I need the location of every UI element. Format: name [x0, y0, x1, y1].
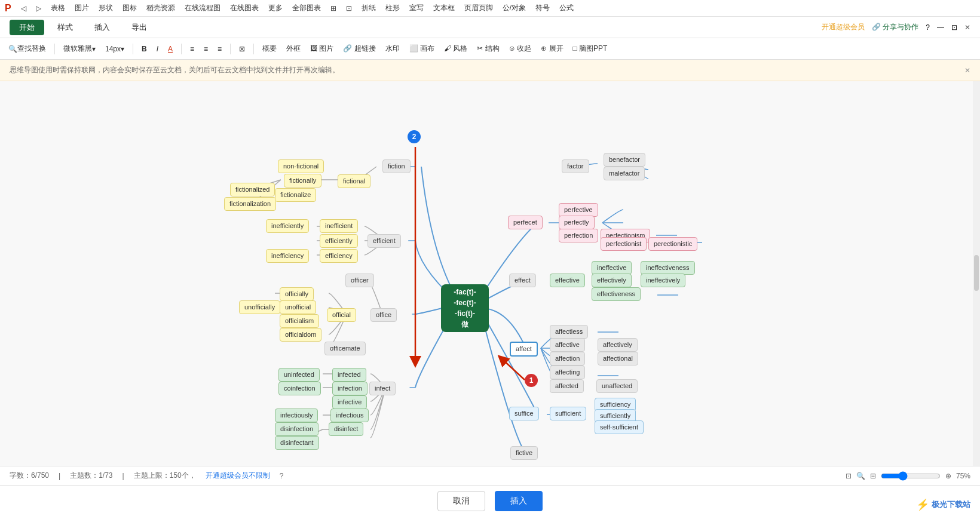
node-officer[interactable]: officer: [345, 274, 374, 287]
node-affectively[interactable]: affectively: [598, 338, 638, 352]
scrollbar-right[interactable]: [973, 81, 980, 516]
node-perfecet[interactable]: perfecet: [508, 216, 543, 229]
search-replace-button[interactable]: 🔍 查找替换: [5, 41, 50, 57]
node-affective[interactable]: affective: [550, 338, 585, 352]
node-perfectly[interactable]: perfectly: [559, 216, 595, 229]
collapse-button[interactable]: ⊙ 收起: [506, 41, 535, 57]
node-inefficiency[interactable]: inefficiency: [266, 249, 309, 263]
node-suffice[interactable]: suffice: [509, 407, 539, 420]
center-node[interactable]: -fac(t)- -fec(t)- -fic(t)- 做: [441, 284, 489, 332]
zoom-slider[interactable]: [881, 471, 941, 481]
scrollbar-thumb[interactable]: [974, 255, 979, 291]
align-center-button[interactable]: ≡: [200, 41, 212, 57]
node-effect[interactable]: effect: [509, 274, 536, 287]
node-office[interactable]: office: [370, 308, 397, 322]
outline-button[interactable]: ⊠: [235, 41, 249, 57]
vip-button[interactable]: 开通超级会员: [822, 22, 865, 32]
menu-room[interactable]: 折纸: [362, 3, 376, 13]
node-affectless[interactable]: affectless: [550, 325, 588, 339]
node-factor[interactable]: factor: [562, 159, 589, 173]
insert-button[interactable]: 插入: [495, 491, 543, 511]
menu-allchart[interactable]: 全部图表: [292, 3, 321, 13]
notification-close[interactable]: ✕: [964, 66, 970, 75]
menu-wps[interactable]: 公式: [559, 3, 574, 13]
node-benefactor[interactable]: benefactor: [604, 153, 645, 167]
tab-start[interactable]: 开始: [10, 20, 44, 35]
node-fictional[interactable]: fictional: [338, 174, 370, 188]
structure-button[interactable]: ✂ 结构: [473, 41, 503, 57]
node-self-sufficient[interactable]: self-sufficient: [595, 420, 644, 434]
menu-more[interactable]: 更多: [268, 3, 283, 13]
node-affectional[interactable]: affectional: [598, 352, 638, 366]
node-coinfection[interactable]: coinfection: [278, 382, 321, 395]
restore-button[interactable]: ⊡: [951, 23, 957, 32]
node-infection[interactable]: infection: [332, 382, 368, 395]
zoom-in-icon[interactable]: 🔍: [856, 472, 865, 480]
node-ineffectiveness[interactable]: ineffectiveness: [641, 261, 695, 275]
node-fictionally[interactable]: fictionally: [284, 174, 321, 188]
menu-table[interactable]: 表格: [51, 3, 65, 13]
font-select[interactable]: 微软雅黑 ▾: [60, 41, 99, 57]
node-unofficial[interactable]: unofficial: [280, 300, 316, 314]
node-fictive[interactable]: fictive: [510, 446, 538, 460]
menu-shape[interactable]: 形状: [99, 3, 113, 13]
node-efficiency[interactable]: efficiency: [320, 249, 358, 263]
image-button[interactable]: 🖼 图片: [307, 41, 337, 57]
node-official[interactable]: official: [327, 308, 356, 322]
menu-image[interactable]: 图片: [75, 3, 89, 13]
close-button[interactable]: ✕: [964, 23, 970, 32]
canvas-button[interactable]: ⬜ 画布: [406, 41, 438, 57]
align-left-button[interactable]: ≡: [186, 41, 198, 57]
tab-style[interactable]: 样式: [49, 20, 81, 35]
menu-art[interactable]: 文本框: [433, 3, 455, 13]
menu-header[interactable]: 室写: [409, 3, 424, 13]
node-non-fictional[interactable]: non-fictional: [278, 159, 324, 173]
expand-button[interactable]: ⊕ 展开: [537, 41, 566, 57]
watermark-button[interactable]: 水印: [382, 41, 403, 57]
node-disinfection[interactable]: disinfection: [275, 422, 318, 436]
node-uninfected[interactable]: uninfected: [278, 368, 320, 382]
share-button[interactable]: 🔗 分享与协作: [872, 22, 918, 32]
node-officialism[interactable]: officialism: [280, 314, 319, 328]
cancel-button[interactable]: 取消: [437, 491, 485, 511]
bold-button[interactable]: B: [138, 41, 151, 57]
node-perfective[interactable]: perfective: [559, 203, 598, 217]
size-select[interactable]: 14px ▾: [102, 41, 128, 57]
node-inefficient[interactable]: inefficient: [320, 219, 358, 233]
node-effective[interactable]: effective: [550, 274, 585, 287]
node-fictionalized[interactable]: fictionalized: [230, 183, 275, 196]
node-effectively[interactable]: effectively: [592, 274, 632, 287]
node-infect[interactable]: infect: [369, 382, 396, 395]
node-disinfectant[interactable]: disinfectant: [275, 436, 319, 450]
menu-hyperlink[interactable]: 符号: [535, 3, 550, 13]
node-affection[interactable]: affection: [550, 352, 585, 366]
menu-resources[interactable]: 稻壳资源: [146, 3, 175, 13]
node-officially[interactable]: officially: [280, 287, 314, 301]
summary-button[interactable]: 概要: [259, 41, 280, 57]
node-infected[interactable]: infected: [332, 368, 366, 382]
tab-insert[interactable]: 插入: [86, 20, 118, 35]
mindppt-button[interactable]: □ 脑图PPT: [569, 41, 611, 57]
menu-icon[interactable]: 图标: [122, 3, 137, 13]
undo-btn[interactable]: ◁: [21, 4, 26, 13]
fit-icon[interactable]: ⊡: [846, 472, 852, 480]
menu-fold[interactable]: ⊞: [330, 4, 336, 13]
node-perectionistic[interactable]: perectionistic: [648, 237, 697, 251]
node-ineffectively[interactable]: ineffectively: [641, 274, 685, 287]
node-perfectionist[interactable]: perfectionist: [601, 237, 647, 251]
style-button[interactable]: 🖌 风格: [440, 41, 471, 57]
node-sufficient[interactable]: sufficient: [550, 407, 586, 420]
node-unaffected[interactable]: unaffected: [596, 379, 638, 393]
node-infectious[interactable]: infectious: [330, 408, 369, 422]
node-affected[interactable]: affected: [550, 379, 584, 393]
node-affect[interactable]: affect: [510, 342, 538, 357]
node-affecting[interactable]: affecting: [550, 366, 585, 379]
node-fictionalize[interactable]: fictionalize: [275, 188, 316, 202]
menu-flowchart[interactable]: 在线流程图: [185, 3, 220, 13]
node-infectiously[interactable]: infectiously: [275, 408, 318, 422]
menu-column[interactable]: ⊡: [346, 4, 352, 13]
node-perfection[interactable]: perfection: [559, 229, 598, 242]
redo-btn[interactable]: ▷: [36, 4, 41, 13]
node-fictionalization[interactable]: fictionalization: [224, 197, 276, 211]
hyperlink-button[interactable]: 🔗 超链接: [339, 41, 379, 57]
